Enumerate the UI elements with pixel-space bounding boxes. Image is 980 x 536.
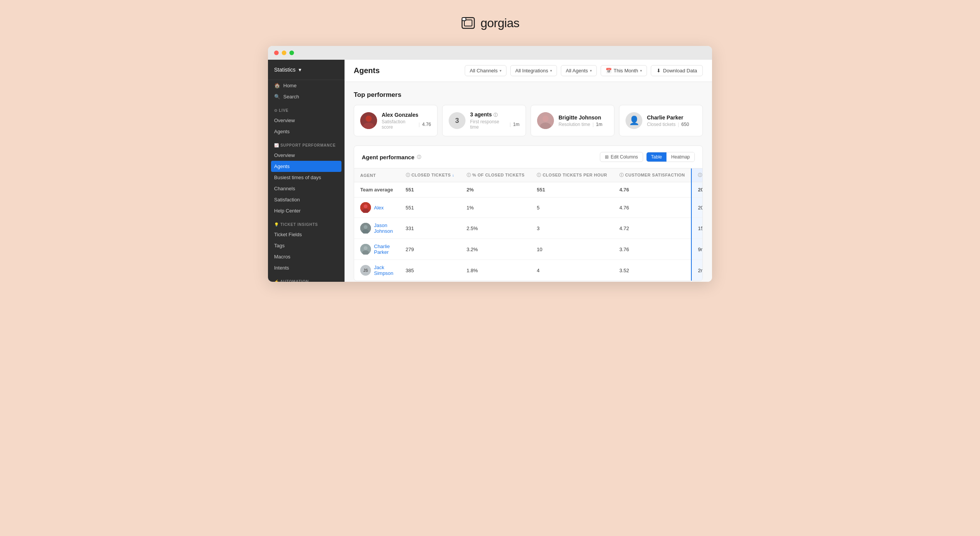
edit-columns-button[interactable]: ⊞ Edit Columns xyxy=(600,152,643,162)
svg-point-16 xyxy=(364,246,368,250)
sidebar-header[interactable]: Statistics ▾ xyxy=(268,60,345,80)
view-heatmap-button[interactable]: Heatmap xyxy=(666,152,694,162)
sidebar-item-overview-live[interactable]: Overview xyxy=(268,115,345,126)
avatar-charlie-sm xyxy=(360,244,371,255)
browser-close-dot[interactable] xyxy=(274,51,279,55)
live-section-icon: ⊙ xyxy=(274,108,279,113)
header-filters: All Channels ▾ All Integrations ▾ All Ag… xyxy=(465,65,703,76)
cell-closed-per-hour: 3 xyxy=(531,218,613,239)
avatar-brigitte xyxy=(537,112,554,129)
col-satisfaction[interactable]: ⓘ CUSTOMER SATISFACTION xyxy=(613,168,691,182)
all-agents-filter[interactable]: All Agents ▾ xyxy=(561,65,597,76)
agent-link-charlie[interactable]: Charlie Parker xyxy=(374,243,394,255)
svg-point-4 xyxy=(366,116,372,122)
gorgias-logo-icon xyxy=(461,15,476,31)
view-table-button[interactable]: Table xyxy=(647,152,667,162)
cell-closed-tickets: 385 xyxy=(400,260,461,281)
performer-meta: Resolution time | 1m xyxy=(559,122,608,127)
sidebar-item-agents-perf[interactable]: Agents xyxy=(271,161,341,172)
chevron-down-icon: ▾ xyxy=(500,69,501,73)
col-agent: AGENT xyxy=(354,168,400,182)
sidebar-item-ticket-fields[interactable]: Ticket Fields xyxy=(268,229,345,240)
sidebar-item-label: Home xyxy=(283,83,297,88)
page-title: Agents xyxy=(354,66,380,75)
cell-agent: JS Jack Simpson xyxy=(354,260,400,281)
sidebar-title: Statistics xyxy=(274,67,296,73)
col-closed-tickets[interactable]: ⓘ CLOSED TICKETS ↓ xyxy=(400,168,461,182)
performer-card-brigitte: Brigitte Johnson Resolution time | 1m xyxy=(531,105,614,136)
performer-info-alex: Alex Gonzales Satisfaction score | 4.76 xyxy=(382,112,431,130)
sidebar-chevron: ▾ xyxy=(299,67,301,73)
avatar-alex-svg xyxy=(360,112,377,129)
performer-info-brigitte: Brigitte Johnson Resolution time | 1m xyxy=(559,114,608,127)
sidebar-item-intents[interactable]: Intents xyxy=(268,262,345,273)
browser-minimize-dot[interactable] xyxy=(282,51,286,55)
cell-online-time: 9m xyxy=(691,239,703,260)
sidebar-item-tags[interactable]: Tags xyxy=(268,240,345,251)
table-row: Charlie Parker 279 3.2% 10 3.76 9m xyxy=(354,239,703,260)
cell-agent: Alex xyxy=(354,198,400,218)
col-online-time[interactable]: ⓘ ONLINE TIME xyxy=(691,168,703,182)
cell-closed-per-hour: 4 xyxy=(531,260,613,281)
cell-agent: Team average xyxy=(354,182,400,198)
sidebar-section-support: 📈 SUPPORT PERFORMANCE xyxy=(268,137,345,150)
perf-section-header: Agent performance ⓘ ⊞ Edit Columns Table… xyxy=(354,146,702,168)
agent-link-jack[interactable]: Jack Simpson xyxy=(374,265,394,276)
cell-closed-per-hour: 551 xyxy=(531,182,613,198)
search-icon: 🔍 xyxy=(274,94,280,100)
performer-card-alex: Alex Gonzales Satisfaction score | 4.76 xyxy=(354,105,438,136)
chevron-down-icon: ▾ xyxy=(550,69,552,73)
performer-card-charlie: 👤 Charlie Parker Closed tickets | 650 xyxy=(619,105,703,136)
sidebar-item-search[interactable]: 🔍 Search xyxy=(268,91,345,102)
agent-link-alex[interactable]: Alex xyxy=(374,205,384,211)
sort-desc-icon: ↓ xyxy=(452,173,454,177)
sidebar-item-macros[interactable]: Macros xyxy=(268,251,345,262)
cell-pct-closed: 1% xyxy=(461,198,531,218)
sidebar-item-agents-live[interactable]: Agents xyxy=(268,126,345,137)
browser-titlebar xyxy=(268,46,712,60)
app-layout: Statistics ▾ 🏠 Home 🔍 Search ⊙ LIVE Over… xyxy=(268,60,712,282)
performer-card-3agents: 3 3 agents ⓘ First response time | 1m xyxy=(442,105,526,136)
support-section-icon: 📈 xyxy=(274,143,280,147)
sidebar: Statistics ▾ 🏠 Home 🔍 Search ⊙ LIVE Over… xyxy=(268,60,345,282)
app-logo-area: gorgias xyxy=(461,15,519,31)
agent-performance-table: AGENT ⓘ CLOSED TICKETS ↓ ⓘ % OF CLOSED xyxy=(354,168,703,281)
svg-point-7 xyxy=(542,116,549,122)
sidebar-item-help-center[interactable]: Help Center xyxy=(268,205,345,216)
cell-closed-tickets: 279 xyxy=(400,239,461,260)
agent-link-jason[interactable]: Jason Johnson xyxy=(374,222,394,234)
all-channels-filter[interactable]: All Channels ▾ xyxy=(465,65,506,76)
browser-maximize-dot[interactable] xyxy=(289,51,294,55)
col-closed-per-hour[interactable]: ⓘ CLOSED TICKETS PER HOUR xyxy=(531,168,613,182)
performer-name: Charlie Parker xyxy=(647,114,696,121)
col-info-icon: ⓘ xyxy=(467,173,472,177)
cell-agent: Charlie Parker xyxy=(354,239,400,260)
col-pct-closed[interactable]: ⓘ % OF CLOSED TICKETS xyxy=(461,168,531,182)
sidebar-item-label: Search xyxy=(283,94,299,100)
performer-meta: First response time | 1m xyxy=(470,119,519,130)
avatar-3agents: 3 xyxy=(449,112,466,129)
cell-online-time: 15m xyxy=(691,218,703,239)
view-toggle: Table Heatmap xyxy=(646,152,695,162)
avatar-jason-sm xyxy=(360,223,371,234)
info-icon: ⓘ xyxy=(417,154,421,160)
cell-closed-per-hour: 5 xyxy=(531,198,613,218)
cell-satisfaction: 4.76 xyxy=(613,198,691,218)
sidebar-item-home[interactable]: 🏠 Home xyxy=(268,80,345,91)
cell-agent: Jason Johnson xyxy=(354,218,400,239)
sidebar-item-channels[interactable]: Channels xyxy=(268,183,345,194)
perf-controls: ⊞ Edit Columns Table Heatmap xyxy=(600,152,695,162)
sidebar-item-busiest-times[interactable]: Busiest times of days xyxy=(268,172,345,183)
all-integrations-filter[interactable]: All Integrations ▾ xyxy=(510,65,557,76)
sidebar-item-overview-perf[interactable]: Overview xyxy=(268,150,345,161)
performer-name: Alex Gonzales xyxy=(382,112,431,118)
top-performers-title: Top performers xyxy=(354,91,703,99)
cell-satisfaction: 3.52 xyxy=(613,260,691,281)
cell-closed-per-hour: 10 xyxy=(531,239,613,260)
this-month-filter[interactable]: 📅 This Month ▾ xyxy=(601,65,647,76)
browser-window: Statistics ▾ 🏠 Home 🔍 Search ⊙ LIVE Over… xyxy=(268,46,712,282)
download-data-button[interactable]: ⬇ Download Data xyxy=(651,65,703,76)
sidebar-item-satisfaction[interactable]: Satisfaction xyxy=(268,194,345,205)
chevron-down-icon: ▾ xyxy=(590,69,592,73)
columns-icon: ⊞ xyxy=(605,154,609,160)
